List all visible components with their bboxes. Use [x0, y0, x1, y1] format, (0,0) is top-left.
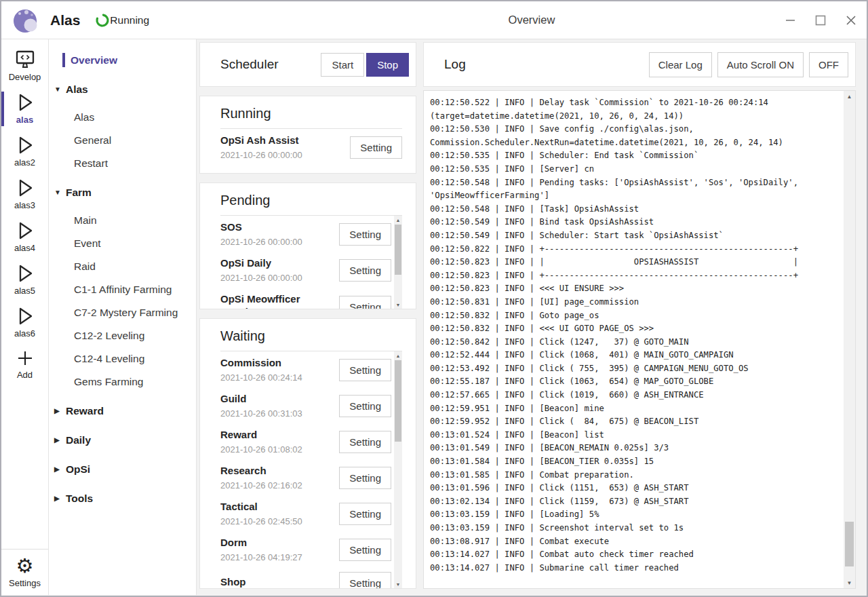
close-icon[interactable]: [841, 10, 861, 31]
task-setting-button[interactable]: Setting: [339, 539, 391, 561]
sidebar-item-add[interactable]: Add: [1, 344, 48, 385]
task-time: 2021-10-26 02:16:02: [220, 480, 334, 491]
sidebar-item-alas2[interactable]: alas2: [1, 130, 48, 173]
waiting-panel: Waiting Commission 2021-10-26 00:24:14: [199, 318, 416, 589]
running-panel: Running OpSi Ash Assist 2021-10-26 00:00…: [199, 96, 416, 174]
scroll-up-icon[interactable]: ▲: [394, 216, 402, 224]
log-line: 00:12:52.444 | INFO | Click (1068, 401) …: [430, 349, 842, 362]
nav-item[interactable]: Gems Farming: [74, 374, 196, 389]
title-bar: Alas Running Overview: [1, 1, 867, 39]
sidebar-item-alas4[interactable]: alas4: [1, 216, 48, 258]
log-column: Log Clear Log Auto Scroll ON OFF 00:12:5…: [423, 42, 856, 589]
scrollbar-thumb[interactable]: [845, 522, 854, 566]
pending-title: Pending: [220, 193, 402, 216]
running-task-list: OpSi Ash Assist 2021-10-26 00:00:00 Sett…: [220, 129, 402, 173]
sidebar-item-alas3[interactable]: alas3: [1, 173, 48, 216]
scrollbar-thumb[interactable]: [395, 360, 401, 442]
sidebar-item-label: alas2: [14, 157, 35, 168]
sidebar-item-settings[interactable]: ⚙ Settings: [1, 549, 48, 595]
auto-scroll-off-button[interactable]: OFF: [809, 52, 848, 77]
nav-item[interactable]: Daily: [54, 433, 196, 447]
nav-item-label: Event: [74, 236, 101, 250]
task-name: OpSi Daily: [220, 256, 334, 269]
scroll-down-icon[interactable]: ▼: [394, 301, 402, 309]
task-setting-button[interactable]: Setting: [339, 296, 391, 309]
maximize-icon[interactable]: [810, 10, 831, 31]
log-line: 00:12:50.549 | INFO | Bind task OpsiAshA…: [430, 216, 842, 229]
nav-item[interactable]: Restart: [74, 156, 196, 170]
task-time: 2021-10-26 01:08:02: [220, 444, 334, 455]
sidebar-item-alas5[interactable]: alas5: [1, 258, 48, 301]
task-row: OpSi Ash Assist 2021-10-26 00:00:00 Sett…: [220, 129, 402, 165]
task-setting-button[interactable]: Setting: [339, 467, 391, 489]
scroll-down-icon[interactable]: ▼: [394, 580, 402, 588]
scroll-down-icon[interactable]: ▼: [844, 577, 855, 588]
task-row: Dorm 2021-10-26 04:19:27 Setting: [220, 531, 391, 567]
nav-item[interactable]: C7-2 Mystery Farming: [74, 305, 196, 320]
nav-item[interactable]: Alas: [74, 110, 196, 124]
task-setting-button[interactable]: Setting: [339, 259, 391, 282]
task-row: Reward 2021-10-26 01:08:02 Setting: [220, 423, 391, 459]
task-name: Reward: [220, 428, 334, 441]
nav-item[interactable]: Alas: [54, 82, 196, 96]
scrollbar-thumb[interactable]: [395, 225, 401, 275]
task-row: OpSi Meowfficer Farming Setting: [220, 288, 391, 309]
nav-item-label: Tools: [66, 491, 93, 505]
nav-item-label: Farm: [66, 185, 92, 199]
play-triangle-icon: [15, 92, 35, 113]
gear-icon: ⚙: [16, 556, 34, 577]
nav-item[interactable]: Tools: [54, 491, 196, 505]
task-setting-button[interactable]: Setting: [339, 572, 391, 588]
nav-item[interactable]: OpSi: [54, 462, 196, 476]
task-setting-button[interactable]: Setting: [339, 503, 391, 525]
task-setting-button[interactable]: Setting: [350, 136, 402, 159]
log-line: 00:13:01.585 | INFO | Combat preparation…: [430, 469, 842, 482]
clear-log-button[interactable]: Clear Log: [649, 52, 712, 77]
task-setting-button[interactable]: Setting: [339, 359, 391, 381]
pending-scrollbar[interactable]: ▲ ▼: [394, 216, 402, 309]
minimize-icon[interactable]: [780, 10, 800, 31]
auto-scroll-on-button[interactable]: Auto Scroll ON: [717, 52, 804, 77]
nav-item[interactable]: C12-4 Leveling: [74, 351, 196, 366]
scroll-up-icon[interactable]: ▲: [394, 351, 402, 360]
log-line: 00:13:01.524 | INFO | [Beacon] list: [430, 429, 842, 442]
sidebar-item-label: Settings: [9, 578, 41, 588]
nav-item[interactable]: Raid: [74, 259, 196, 273]
task-row: Commission 2021-10-26 00:24:14 Setting: [220, 351, 391, 387]
app-window: Alas Running Overview: [0, 0, 868, 597]
task-row: Guild 2021-10-26 00:31:03 Setting: [220, 387, 391, 423]
log-line: 00:13:14.027 | INFO | Combat auto check …: [430, 548, 842, 562]
scroll-up-icon[interactable]: ▲: [844, 91, 855, 102]
nav-item[interactable]: Event: [74, 236, 196, 250]
nav-item[interactable]: Farm: [54, 185, 196, 199]
scheduler-title: Scheduler: [220, 57, 321, 72]
log-line: 00:12:50.842 | INFO | Click (1247, 37) @…: [430, 336, 842, 349]
start-button[interactable]: Start: [321, 53, 364, 77]
task-setting-button[interactable]: Setting: [339, 223, 391, 246]
log-scrollbar[interactable]: ▲ ▼: [844, 91, 855, 588]
nav-item[interactable]: Reward: [54, 404, 196, 418]
stop-button[interactable]: Stop: [366, 53, 409, 77]
sidebar-item-alas[interactable]: alas: [1, 88, 48, 130]
play-triangle-icon: [15, 305, 35, 327]
task-name: Research: [220, 464, 334, 477]
task-setting-button[interactable]: Setting: [339, 431, 391, 453]
nav-item[interactable]: Main: [74, 213, 196, 227]
nav-item-label: C12-4 Leveling: [74, 351, 144, 366]
sidebar-item-alas6[interactable]: alas6: [1, 301, 48, 344]
task-name: Shop: [220, 575, 334, 588]
task-name: OpSi Meowfficer Farming: [220, 292, 334, 309]
scheduler-header: Scheduler Start Stop: [199, 42, 416, 87]
sidebar-item-develop[interactable]: Develop: [1, 45, 48, 88]
task-name: Tactical: [220, 500, 334, 513]
log-line: 00:12:50.823 | INFO | <<< UI ENSURE >>>: [430, 282, 842, 296]
running-spinner-icon: [95, 13, 110, 28]
sidebar-item-label: alas5: [14, 286, 35, 296]
sidebar-item-label: Add: [17, 370, 33, 380]
nav-item[interactable]: Overview: [62, 53, 196, 67]
nav-item[interactable]: General: [74, 133, 196, 147]
task-setting-button[interactable]: Setting: [339, 395, 391, 417]
nav-item[interactable]: C12-2 Leveling: [74, 328, 196, 343]
waiting-scrollbar[interactable]: ▲ ▼: [394, 351, 402, 588]
nav-item[interactable]: C1-1 Affinity Farming: [74, 282, 196, 296]
